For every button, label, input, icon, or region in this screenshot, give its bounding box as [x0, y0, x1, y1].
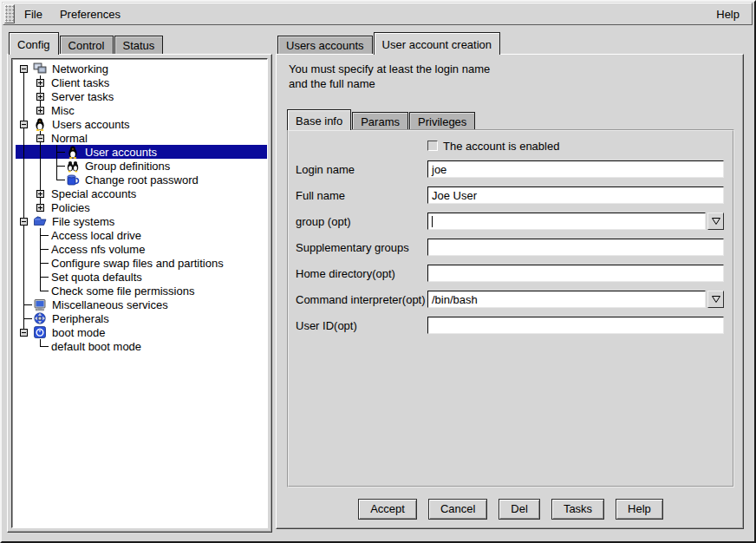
tree-connector [16, 131, 32, 145]
expander-minus-icon[interactable] [36, 134, 44, 142]
command-interpreter-opt-input[interactable]: /bin/bash [427, 291, 706, 308]
tree-item-configure-swap-files-and-partitions[interactable]: Configure swap files and partitions [16, 256, 267, 270]
form-row-home-directory-opt: Home directory(opt) [296, 260, 724, 286]
tab-user-account-creation[interactable]: User account creation [374, 32, 500, 55]
tree-expander[interactable] [32, 75, 49, 89]
tree-item-normal[interactable]: Normal [16, 131, 267, 145]
tree-item-user-accounts[interactable]: User accounts [16, 145, 267, 159]
tree-item-file-systems[interactable]: File systems [16, 214, 267, 228]
expander-plus-icon[interactable] [36, 79, 44, 87]
command-interpreter-opt-combo-button[interactable] [707, 291, 724, 308]
accept-button[interactable]: Accept [358, 499, 417, 520]
tree-connector [16, 103, 32, 117]
tree-connector [16, 311, 32, 325]
tree-expander[interactable] [16, 214, 32, 228]
tree-item-boot-mode[interactable]: boot mode [16, 325, 267, 339]
bootmode-icon [33, 325, 47, 339]
group-opt-input[interactable] [427, 213, 706, 230]
tasks-button[interactable]: Tasks [551, 499, 604, 520]
tree-item-label: Change root password [82, 173, 201, 187]
tree-item-users-accounts[interactable]: Users accounts [16, 117, 267, 131]
tree-item-label: Configure swap files and partitions [49, 256, 226, 271]
menubar-grip-handle[interactable] [4, 4, 15, 23]
tree-item-label: Server tasks [49, 89, 116, 104]
tree-item-misc[interactable]: Misc [16, 103, 267, 117]
tree-item-default-boot-mode[interactable]: default boot mode [16, 339, 267, 353]
del-button[interactable]: Del [499, 499, 540, 520]
tree-connector [49, 173, 65, 186]
account-enabled-label: The account is enabled [443, 140, 559, 153]
cancel-button[interactable]: Cancel [428, 499, 487, 520]
tree-item-access-nfs-volume[interactable]: Access nfs volume [16, 242, 267, 256]
tree-item-check-some-file-permissions[interactable]: Check some file permissions [16, 284, 267, 298]
tree-connector [49, 159, 65, 173]
tree-item-label: Users accounts [49, 117, 133, 132]
tree-expander[interactable] [16, 325, 32, 339]
tree-expander[interactable] [32, 89, 49, 103]
home-directory-opt-input[interactable] [427, 265, 724, 282]
tree-connector [16, 270, 32, 284]
help-button[interactable]: Help [616, 499, 663, 520]
tab-control[interactable]: Control [60, 36, 114, 54]
tree-item-server-tasks[interactable]: Server tasks [16, 89, 267, 103]
menu-item-file[interactable]: File [16, 3, 51, 24]
services-icon [33, 298, 47, 311]
tree-item-set-quota-defaults[interactable]: Set quota defaults [16, 270, 267, 284]
expander-plus-icon[interactable] [36, 93, 44, 101]
menu-item-preferences[interactable]: Preferences [51, 3, 129, 24]
tree-item-special-accounts[interactable]: Special accounts [16, 186, 267, 200]
tree-expander[interactable] [16, 117, 32, 131]
tree-connector [16, 284, 32, 298]
expander-minus-icon[interactable] [20, 121, 28, 128]
expander-plus-icon[interactable] [36, 107, 44, 114]
form-row-login-name: Login namejoe [296, 156, 724, 182]
tab-users-accounts[interactable]: Users accounts [277, 36, 373, 54]
tab-base-info[interactable]: Base info [287, 109, 351, 130]
expander-minus-icon[interactable] [20, 65, 28, 73]
tree-item-policies[interactable]: Policies [16, 200, 267, 214]
tree-item-networking[interactable]: Networking [16, 62, 267, 75]
tab-privileges[interactable]: Privileges [409, 112, 475, 129]
tree-connector [49, 145, 65, 159]
supplementary-groups-input[interactable] [427, 239, 724, 256]
tree-connector [32, 242, 49, 256]
tree-item-label: Peripherals [49, 311, 112, 326]
tree-item-group-definitions[interactable]: Group definitions [16, 159, 267, 173]
config-tree[interactable]: NetworkingClient tasksServer tasksMiscUs… [11, 58, 268, 528]
tree-expander[interactable] [32, 186, 49, 200]
tree-item-change-root-password[interactable]: Change root password [16, 173, 267, 186]
expander-minus-icon[interactable] [20, 329, 28, 337]
tree-item-access-local-drive[interactable]: Access local drive [16, 228, 267, 242]
tab-status[interactable]: Status [114, 36, 164, 54]
tree-connector [32, 256, 49, 270]
expander-minus-icon[interactable] [20, 218, 28, 226]
menu-bar: File Preferences Help [3, 3, 753, 25]
tree-expander[interactable] [32, 131, 49, 145]
tree-item-label: boot mode [49, 325, 108, 340]
menu-item-help[interactable]: Help [707, 3, 748, 24]
tree-item-label: Policies [49, 200, 93, 215]
form-message-line2: and the full name [289, 76, 734, 91]
form-row-group-opt: group (opt) [296, 208, 724, 234]
tab-params[interactable]: Params [352, 112, 408, 129]
tree-expander[interactable] [16, 62, 32, 75]
user-account-creation-page: You must specify at least the login name… [276, 54, 744, 529]
login-name-input[interactable]: joe [427, 160, 724, 178]
tree-item-miscellaneous-services[interactable]: Miscellaneous services [16, 298, 267, 311]
tree-item-label: default boot mode [49, 339, 144, 354]
account-enabled-checkbox[interactable] [427, 141, 438, 151]
tree-item-client-tasks[interactable]: Client tasks [16, 75, 267, 89]
tab-config[interactable]: Config [9, 32, 59, 55]
user-id-opt-input[interactable] [427, 317, 724, 334]
tree-expander[interactable] [32, 200, 49, 214]
field-value: Joe User [432, 189, 477, 202]
full-name-input[interactable]: Joe User [427, 186, 724, 204]
expander-plus-icon[interactable] [36, 204, 44, 212]
tree-item-peripherals[interactable]: Peripherals [16, 311, 267, 325]
tree-expander[interactable] [32, 103, 49, 117]
tree-connector [16, 228, 32, 242]
group-opt-combo-button[interactable] [707, 213, 724, 230]
tree-item-label: Special accounts [49, 186, 139, 201]
tree-item-label: Access nfs volume [49, 242, 147, 257]
expander-plus-icon[interactable] [36, 190, 44, 198]
